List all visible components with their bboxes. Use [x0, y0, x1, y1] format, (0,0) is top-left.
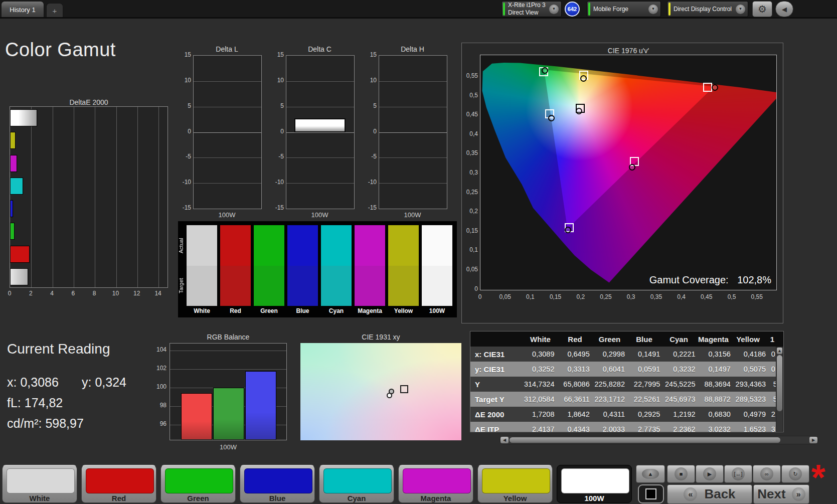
pattern-button-label: Green	[161, 494, 235, 502]
deltae-bar-red	[10, 246, 30, 263]
color-gamut-app: History 1 + X-Rite i1Pro 3Direct View ▼ …	[0, 0, 837, 504]
pattern-button-magenta[interactable]: Magenta	[398, 465, 473, 503]
swatch-target-green	[254, 266, 284, 306]
cie1931-target-marker	[400, 385, 408, 393]
pattern-button-white[interactable]: White	[2, 465, 77, 503]
pattern-swatch-100w	[561, 468, 629, 493]
pattern-button-green[interactable]: Green	[160, 465, 236, 503]
pattern-button[interactable]: [↔]	[724, 465, 752, 483]
delta-tick-label: 5	[271, 102, 284, 109]
refresh-button[interactable]: ↻	[781, 465, 809, 483]
gridline	[194, 107, 261, 107]
swatch-target-magenta	[355, 266, 385, 306]
table-row--e-2000[interactable]: ΔE 20001,72081,86420,43110,29251,21920,6…	[470, 407, 783, 422]
scrollbar-thumb[interactable]	[510, 437, 780, 443]
current-reading-fl: fL: 174,82	[7, 396, 63, 410]
row-label: ΔE ITP	[470, 425, 521, 433]
loop-button[interactable]: ∞	[753, 465, 781, 483]
cell: 22,5261	[627, 395, 662, 403]
back-button[interactable]: « Back	[667, 484, 752, 504]
cie1976-x-tick: 0,05	[497, 293, 513, 300]
swatch-actual-yellow	[388, 225, 419, 266]
collapse-panel-button[interactable]: ◀	[775, 1, 793, 17]
cie1976-y-tick: 0,4	[463, 130, 478, 137]
deltae-bar-white	[10, 268, 28, 285]
cie1976-y-tick: 0,55	[463, 72, 478, 79]
refresh-icon: ↻	[789, 467, 802, 480]
cell: 312,0584	[521, 395, 556, 403]
add-tab-button[interactable]: +	[46, 3, 63, 18]
swatch-actual-blue	[287, 225, 318, 266]
gear-icon: ⚙	[758, 3, 767, 15]
delta-axis-label: 100W	[286, 211, 354, 219]
gridline	[137, 107, 138, 287]
pattern-swatch-yellow	[482, 468, 550, 493]
cie1976-actual-yellow	[580, 75, 587, 82]
delta-tick-label: 10	[364, 77, 377, 84]
stop-button[interactable]: ■	[667, 465, 695, 483]
delta-tick-label: 15	[178, 51, 191, 58]
source-dropdown[interactable]: Mobile Forge ▼	[587, 1, 661, 17]
table-row-target-y[interactable]: Target Y312,058466,3611223,171222,526124…	[470, 392, 783, 407]
table-vertical-scrollbar[interactable]: ▲	[776, 347, 783, 432]
play-button[interactable]: ▶	[696, 465, 724, 483]
pattern-button-label: Blue	[240, 494, 314, 502]
scroll-up-icon[interactable]: ▲	[777, 348, 782, 354]
pattern-up-button[interactable]: ▲	[636, 465, 665, 483]
swatch-actual-magenta	[355, 225, 385, 266]
meter-dropdown[interactable]: X-Rite i1Pro 3Direct View ▼	[501, 1, 562, 17]
scroll-left-icon[interactable]: ◀	[500, 437, 509, 443]
swatch-target-100w	[422, 266, 452, 306]
swatch-target-red	[220, 266, 251, 306]
actual-target-swatch-strip: ActualTargetWhiteRedGreenBlueCyanMagenta…	[178, 221, 457, 317]
pattern-window-button[interactable]	[638, 484, 664, 503]
display-control-status-indicator	[668, 3, 671, 16]
gridline	[95, 107, 95, 287]
cie1976-y-tick: 0,05	[463, 266, 478, 273]
pattern-button-cyan[interactable]: Cyan	[319, 465, 394, 503]
meter-status-indicator	[503, 3, 505, 16]
pattern-button-yellow[interactable]: Yellow	[477, 465, 553, 503]
swatch-actual-white	[187, 225, 217, 266]
pattern-button-blue[interactable]: Blue	[240, 465, 315, 503]
next-button[interactable]: Next »	[753, 484, 809, 504]
delta-tick-label: 10	[271, 77, 284, 84]
display-control-dropdown[interactable]: Direct Display Control ▼	[667, 1, 748, 17]
table-header-cyan: Cyan	[661, 335, 696, 344]
pattern-button-red[interactable]: Red	[81, 465, 156, 503]
pattern-swatch-green	[165, 468, 233, 493]
gridline	[116, 107, 117, 287]
swatch-actual-green	[254, 225, 284, 266]
table-row-x-cie31[interactable]: x: CIE310,30890,64950,29980,14910,22210,…	[470, 347, 783, 362]
gridline	[194, 183, 261, 184]
scroll-right-icon[interactable]: ▶	[809, 437, 817, 443]
scrollbar-thumb[interactable]	[777, 355, 782, 411]
row-label: ΔE 2000	[470, 410, 521, 419]
cie1976-actual-white	[576, 108, 582, 114]
meter-count-badge[interactable]: 642	[565, 2, 580, 17]
back-label: Back	[704, 486, 735, 502]
delta-chart-title: Delta C	[286, 45, 354, 53]
source-label: Mobile Forge	[593, 6, 628, 13]
rgb-bar-red	[181, 393, 212, 440]
row-label: Target Y	[470, 395, 521, 404]
table-horizontal-scrollbar[interactable]: ◀ ▶	[499, 436, 818, 444]
alert-asterisk-icon[interactable]: *	[811, 459, 825, 495]
table-header-1: 1	[765, 335, 779, 344]
deltae-x-tick: 10	[110, 290, 122, 297]
results-table: WhiteRedGreenBlueCyanMagentaYellow1x: CI…	[470, 331, 784, 432]
swatch-label-green: Green	[254, 307, 284, 314]
table-row-y[interactable]: Y314,732465,8086225,828222,7995245,52258…	[470, 377, 783, 392]
left-arrow-icon: ◀	[782, 6, 787, 13]
tab-history-1[interactable]: History 1	[1, 1, 44, 18]
delta-chart-plot	[193, 55, 262, 209]
pattern-button-100w[interactable]: 100W	[557, 465, 632, 503]
badge-value: 642	[568, 6, 577, 12]
gridline	[286, 81, 354, 82]
settings-button[interactable]: ⚙	[752, 1, 772, 17]
table-row-y-cie31[interactable]: y: CIE310,32520,33130,60410,05910,32320,…	[470, 362, 783, 377]
row-label: x: CIE31	[470, 350, 521, 359]
table-row--e-itp[interactable]: ΔE ITP2,41370,43432,00332,77352,23623,02…	[470, 422, 783, 432]
cell: 0,4343	[556, 425, 591, 432]
cie1931-title: CIE 1931 xy	[300, 333, 461, 341]
